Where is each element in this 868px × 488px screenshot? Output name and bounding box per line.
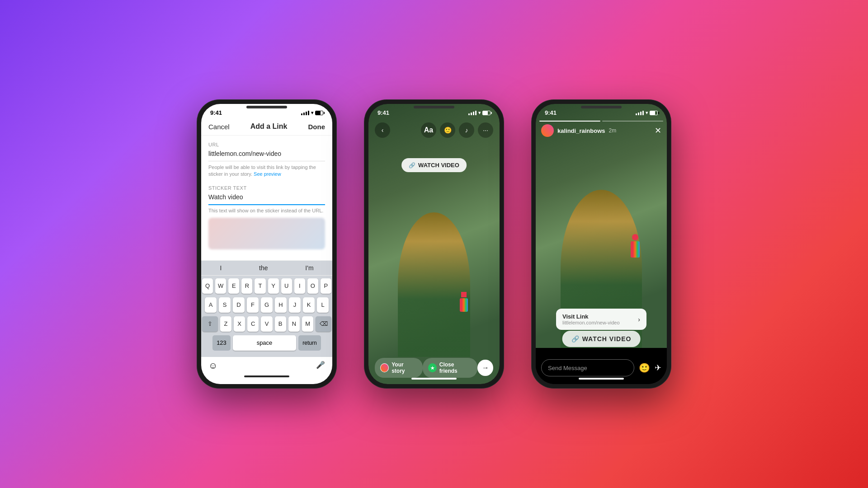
key-o[interactable]: O: [307, 278, 318, 294]
phone2-screen: 9:41 ▾ ‹ Aa 🙂 ♪ ···: [368, 104, 500, 384]
earring: [460, 292, 468, 312]
key-k[interactable]: K: [303, 297, 315, 313]
key-y[interactable]: Y: [268, 278, 279, 294]
home-indicator-1: [244, 375, 289, 377]
url-value[interactable]: littlelemon.com/new-video: [208, 150, 325, 161]
close-friends-button[interactable]: ★ Close friends: [423, 358, 478, 378]
story-username[interactable]: kalindi_rainbows: [557, 127, 605, 134]
story-user-info: kalindi_rainbows 2m: [541, 124, 616, 137]
sticker-hint: This text will show on the sticker inste…: [208, 208, 325, 213]
link-form: URL littlelemon.com/new-video People wil…: [201, 136, 332, 260]
key-u[interactable]: U: [281, 278, 292, 294]
watch-video-link-icon: 🔗: [571, 335, 580, 343]
key-m[interactable]: M: [302, 316, 313, 332]
sticker-label: Sticker text: [208, 185, 325, 191]
phone-notch: [246, 106, 287, 108]
text-tool-button[interactable]: Aa: [421, 122, 436, 138]
emoji-sticker-button[interactable]: 🙂: [440, 122, 455, 138]
signal-icon-1: [301, 111, 309, 115]
visit-link-card[interactable]: Visit Link littlelemon.com/new-video ›: [556, 309, 646, 330]
numbers-key[interactable]: 123: [212, 335, 231, 351]
music-button[interactable]: ♪: [459, 122, 474, 138]
delete-key[interactable]: ⌫: [316, 316, 331, 332]
see-preview-link[interactable]: See preview: [254, 171, 281, 177]
key-z[interactable]: Z: [220, 316, 231, 332]
watch-video-sticker[interactable]: 🔗 WATCH VIDEO: [401, 158, 467, 172]
your-story-avatar: [380, 363, 389, 372]
story-time: 2m: [609, 127, 616, 134]
key-q[interactable]: Q: [202, 278, 213, 294]
story-background: [368, 104, 500, 384]
emoji-key[interactable]: ☺: [208, 361, 217, 371]
home-indicator-2: [411, 378, 457, 380]
cancel-button[interactable]: Cancel: [208, 123, 230, 131]
status-icons-3: ▾: [636, 110, 658, 115]
more-options-button[interactable]: ···: [478, 122, 493, 138]
shift-key[interactable]: ⇧: [202, 316, 218, 332]
done-button[interactable]: Done: [308, 123, 325, 131]
story-close-button[interactable]: ✕: [655, 126, 661, 136]
key-r[interactable]: R: [241, 278, 252, 294]
story-header: kalindi_rainbows 2m ✕: [536, 122, 667, 140]
key-w[interactable]: W: [215, 278, 226, 294]
signal-icon-2: [468, 111, 476, 115]
keyboard-row-1: Q W E R T Y U I O P: [202, 278, 331, 294]
key-l[interactable]: L: [317, 297, 329, 313]
keyboard: Q W E R T Y U I O P A S D F G H J K L: [201, 276, 332, 357]
add-link-title: Add a Link: [250, 122, 288, 131]
status-icons-1: ▾: [301, 110, 323, 115]
battery-icon-1: [315, 111, 323, 115]
phone-story-editor: 9:41 ▾ ‹ Aa 🙂 ♪ ···: [364, 99, 504, 389]
view-earring: [631, 234, 640, 258]
keyboard-row-2: A S D F G H J K L: [202, 297, 331, 313]
emoji-reaction-icon[interactable]: 🙂: [639, 362, 650, 373]
key-p[interactable]: P: [321, 278, 331, 294]
mic-key[interactable]: 🎤: [316, 361, 325, 371]
key-v[interactable]: V: [261, 316, 272, 332]
return-key[interactable]: return: [298, 335, 321, 351]
watch-video-text: WATCH VIDEO: [418, 162, 459, 169]
status-bar-3: 9:41 ▾: [536, 104, 667, 119]
url-hint: People will be able to visit this link b…: [208, 164, 325, 178]
story-toolbar: ‹ Aa 🙂 ♪ ···: [368, 119, 500, 141]
suggest-the[interactable]: the: [259, 264, 268, 272]
suggest-i[interactable]: I: [220, 264, 222, 272]
send-icon[interactable]: ✈: [655, 363, 661, 373]
key-h[interactable]: H: [275, 297, 287, 313]
key-x[interactable]: X: [234, 316, 245, 332]
key-j[interactable]: J: [289, 297, 301, 313]
key-e[interactable]: E: [228, 278, 239, 294]
send-story-button[interactable]: →: [477, 360, 493, 376]
link-icon: 🔗: [409, 162, 415, 169]
suggest-im[interactable]: I'm: [305, 264, 313, 272]
key-c[interactable]: C: [247, 316, 259, 332]
close-friends-label: Close friends: [439, 361, 472, 374]
key-n[interactable]: N: [288, 316, 300, 332]
story-avatar: [541, 124, 554, 137]
key-f[interactable]: F: [247, 297, 259, 313]
status-icons-2: ▾: [468, 110, 491, 115]
your-story-label: Your story: [392, 361, 417, 374]
keyboard-row-3: ⇧ Z X C V B N M ⌫: [202, 316, 331, 332]
send-message-input[interactable]: Send Message: [541, 359, 634, 376]
key-s[interactable]: S: [219, 297, 231, 313]
key-b[interactable]: B: [275, 316, 286, 332]
key-i[interactable]: I: [294, 278, 305, 294]
watch-video-big-sticker[interactable]: 🔗 WATCH VIDEO: [562, 331, 641, 347]
wifi-icon-1: ▾: [311, 110, 313, 115]
key-g[interactable]: G: [261, 297, 273, 313]
space-key[interactable]: space: [233, 335, 296, 351]
back-button[interactable]: ‹: [375, 122, 390, 138]
keyboard-row-4: 123 space return: [202, 335, 331, 351]
key-t[interactable]: T: [255, 278, 265, 294]
status-time-1: 9:41: [210, 109, 222, 116]
story-bottom-bar: Your story ★ Close friends →: [368, 358, 500, 378]
your-story-button[interactable]: Your story: [375, 358, 423, 378]
key-d[interactable]: D: [233, 297, 245, 313]
sticker-value[interactable]: Watch video: [208, 193, 325, 205]
keyboard-suggestions: I the I'm: [201, 260, 332, 276]
watch-video-big-text: WATCH VIDEO: [582, 335, 632, 343]
key-a[interactable]: A: [205, 297, 217, 313]
story-preview: [208, 218, 325, 249]
url-label: URL: [208, 142, 325, 147]
